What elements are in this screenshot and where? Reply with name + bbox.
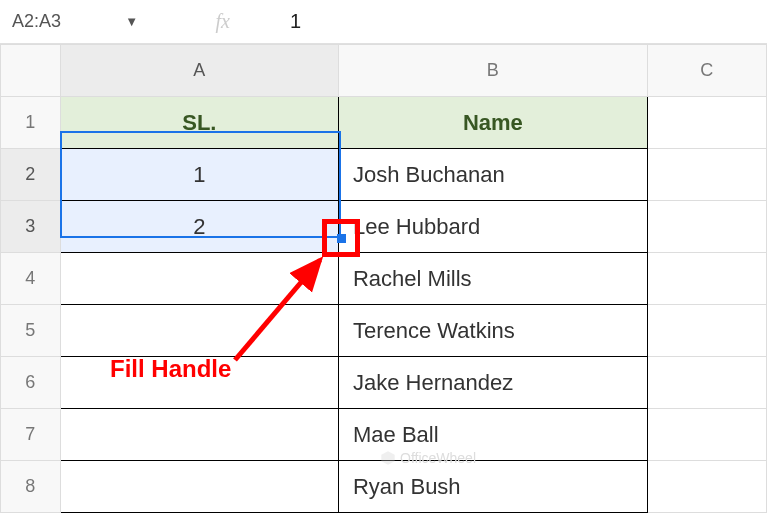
cell-c6[interactable]	[647, 357, 766, 409]
row-header-2[interactable]: 2	[1, 149, 61, 201]
row-header-8[interactable]: 8	[1, 461, 61, 513]
cell-a5[interactable]	[60, 305, 338, 357]
cell-a6[interactable]	[60, 357, 338, 409]
row-header-5[interactable]: 5	[1, 305, 61, 357]
col-header-a[interactable]: A	[60, 45, 338, 97]
cell-b1[interactable]: Name	[338, 97, 647, 149]
cell-c2[interactable]	[647, 149, 766, 201]
fill-handle[interactable]	[337, 234, 346, 243]
col-header-b[interactable]: B	[338, 45, 647, 97]
row-header-7[interactable]: 7	[1, 409, 61, 461]
cell-b3[interactable]: Lee Hubbard	[338, 201, 647, 253]
row-header-4[interactable]: 4	[1, 253, 61, 305]
col-header-c[interactable]: C	[647, 45, 766, 97]
select-all-corner[interactable]	[1, 45, 61, 97]
cell-c4[interactable]	[647, 253, 766, 305]
cell-a7[interactable]	[60, 409, 338, 461]
cell-a1[interactable]: SL.	[60, 97, 338, 149]
cell-c1[interactable]	[647, 97, 766, 149]
cell-b6[interactable]: Jake Hernandez	[338, 357, 647, 409]
row-header-6[interactable]: 6	[1, 357, 61, 409]
cell-c5[interactable]	[647, 305, 766, 357]
row-header-3[interactable]: 3	[1, 201, 61, 253]
row-header-1[interactable]: 1	[1, 97, 61, 149]
cell-b2[interactable]: Josh Buchanan	[338, 149, 647, 201]
cell-c3[interactable]	[647, 201, 766, 253]
cell-a3[interactable]: 2	[60, 201, 338, 253]
chevron-down-icon[interactable]: ▼	[125, 14, 138, 29]
cell-a2[interactable]: 1	[60, 149, 338, 201]
formula-bar: A2:A3 ▼ fx 1	[0, 0, 767, 44]
cell-b7[interactable]: Mae Ball	[338, 409, 647, 461]
cell-a8[interactable]	[60, 461, 338, 513]
fx-icon: fx	[150, 10, 260, 33]
formula-input[interactable]: 1	[260, 10, 301, 33]
name-box-value: A2:A3	[12, 11, 61, 32]
cell-a4[interactable]	[60, 253, 338, 305]
cell-b8[interactable]: Ryan Bush	[338, 461, 647, 513]
cell-b4[interactable]: Rachel Mills	[338, 253, 647, 305]
name-box[interactable]: A2:A3 ▼	[0, 11, 150, 32]
cell-c8[interactable]	[647, 461, 766, 513]
cell-b5[interactable]: Terence Watkins	[338, 305, 647, 357]
spreadsheet-grid[interactable]: A B C 1 SL. Name 2 1 Josh Buchanan 3 2 L…	[0, 44, 767, 513]
cell-c7[interactable]	[647, 409, 766, 461]
